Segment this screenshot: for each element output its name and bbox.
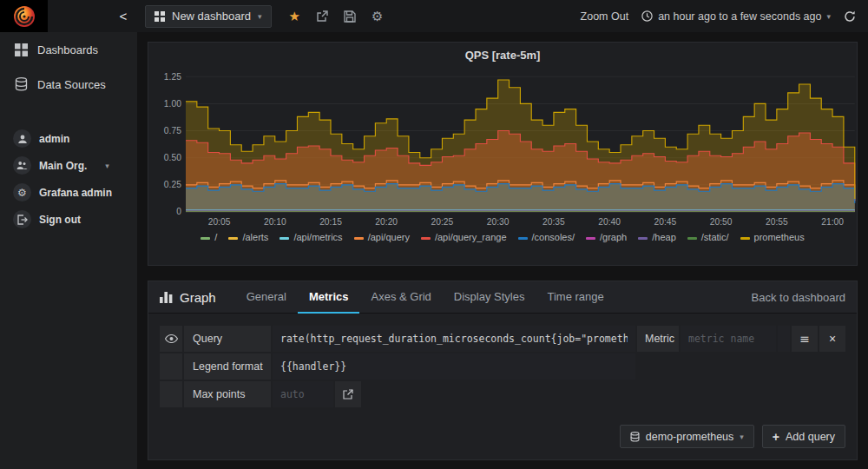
legend-label: /api/query_range <box>435 232 507 242</box>
sidebar-item-main-org[interactable]: Main Org. ▾ <box>0 152 137 179</box>
sidebar-item-sign-out[interactable]: Sign out <box>0 206 137 233</box>
back-to-dashboard-link[interactable]: Back to dashboard <box>752 291 845 304</box>
settings-gear-icon[interactable]: ⚙ <box>372 9 383 24</box>
grafana-logo[interactable] <box>0 0 48 32</box>
legend-format-input-cell <box>273 353 635 380</box>
legend-swatch <box>354 237 364 240</box>
organization-icon <box>13 156 31 175</box>
tab-general[interactable]: General <box>235 281 298 314</box>
legend-item[interactable]: /alerts <box>228 232 268 242</box>
query-input[interactable] <box>273 326 635 352</box>
admin-gear-icon: ⚙ <box>13 183 31 201</box>
sidebar-item-data-sources[interactable]: Data Sources <box>0 67 137 102</box>
sidebar-item-label: Main Org. <box>39 160 87 172</box>
chevron-down-icon: ▾ <box>740 433 744 441</box>
max-points-input-cell <box>273 381 333 407</box>
panel-title[interactable]: QPS [rate-5m] <box>148 43 857 64</box>
sidebar: Dashboards Data Sources admin Main Org. … <box>0 32 137 469</box>
qps-chart[interactable]: 00.250.500.751.001.2520:0520:1020:1520:2… <box>154 64 862 231</box>
chevron-down-icon: ▾ <box>826 12 831 21</box>
svg-text:20:50: 20:50 <box>710 217 733 227</box>
dashboard-picker-button[interactable]: New dashboard ▾ <box>145 5 272 28</box>
svg-text:20:55: 20:55 <box>766 217 788 227</box>
clock-icon <box>641 10 653 22</box>
legend-item[interactable]: /api/query <box>354 232 410 242</box>
legend-swatch <box>518 237 528 240</box>
legend-label: /graph <box>600 232 627 242</box>
sidebar-item-label: Sign out <box>39 214 81 226</box>
time-picker-button[interactable]: an hour ago to a few seconds ago ▾ <box>641 10 831 23</box>
query-menu-button[interactable]: ≡ <box>792 326 818 352</box>
legend-label: /consoles/ <box>532 232 575 242</box>
query-row-spacer <box>778 326 790 352</box>
legend-item[interactable]: /api/metrics <box>279 232 342 242</box>
datasource-selector-button[interactable]: demo-prometheus ▾ <box>620 425 754 448</box>
max-points-input[interactable] <box>273 381 333 407</box>
svg-text:20:20: 20:20 <box>375 217 398 227</box>
main-content: QPS [rate-5m] 00.250.500.751.001.2520:05… <box>137 32 868 469</box>
sidebar-item-label: Data Sources <box>37 78 106 91</box>
remove-query-button[interactable]: × <box>819 326 845 352</box>
legend-swatch <box>586 237 595 240</box>
add-query-button[interactable]: + Add query <box>762 425 845 448</box>
external-link-icon <box>343 389 353 400</box>
editor-header: Graph General Metrics Axes & Grid Displa… <box>148 281 857 314</box>
save-icon[interactable] <box>344 10 356 23</box>
plus-icon: + <box>773 430 779 444</box>
legend-format-label: Legend format <box>184 353 271 380</box>
legend-swatch <box>740 237 750 240</box>
editor-footer: demo-prometheus ▾ + Add query <box>620 425 845 448</box>
chevron-down-icon: ▾ <box>105 162 109 170</box>
tab-axes-grid[interactable]: Axes & Grid <box>359 281 442 314</box>
tab-time-range[interactable]: Time range <box>536 281 615 314</box>
zoom-out-button[interactable]: Zoom Out <box>581 10 629 23</box>
svg-text:20:30: 20:30 <box>487 217 510 227</box>
svg-text:0.25: 0.25 <box>164 180 181 189</box>
sidebar-item-label: Dashboards <box>37 43 98 56</box>
legend-item[interactable]: /consoles/ <box>518 232 575 242</box>
legend-item[interactable]: /static/ <box>687 232 729 242</box>
query-input-cell <box>273 326 635 352</box>
add-query-label: Add query <box>786 431 835 443</box>
tab-metrics[interactable]: Metrics <box>298 281 360 314</box>
svg-text:20:35: 20:35 <box>542 217 565 227</box>
legend-item[interactable]: prometheus <box>740 232 805 242</box>
row-spacer-cell <box>160 381 182 407</box>
editor-panel-type: Graph <box>160 290 216 305</box>
max-points-row: Max points <box>160 381 845 407</box>
sidebar-item-grafana-admin[interactable]: ⚙ Grafana admin <box>0 179 137 206</box>
metric-name-input[interactable] <box>681 326 776 352</box>
legend-item[interactable]: /heap <box>638 232 676 242</box>
sidebar-item-dashboards[interactable]: Dashboards <box>0 32 137 67</box>
legend-item[interactable]: /api/query_range <box>421 232 507 242</box>
svg-text:0.75: 0.75 <box>164 126 181 135</box>
svg-text:20:40: 20:40 <box>598 217 621 227</box>
legend-label: /static/ <box>701 232 729 242</box>
dashboard-grid-icon <box>155 11 165 22</box>
query-editor: Query Metric ≡ × Legend format <box>148 314 857 421</box>
share-icon[interactable] <box>316 10 328 23</box>
sidebar-item-admin[interactable]: admin <box>0 125 137 152</box>
legend-format-input[interactable] <box>273 353 635 380</box>
legend-swatch <box>228 237 238 240</box>
metric-input-cell <box>681 326 776 352</box>
svg-text:1.00: 1.00 <box>164 99 181 109</box>
refresh-icon[interactable] <box>844 10 856 23</box>
svg-text:20:45: 20:45 <box>654 217 677 227</box>
sidebar-collapse-button[interactable]: < <box>114 9 133 23</box>
dashboards-icon <box>15 43 28 56</box>
toggle-visibility-button[interactable] <box>160 326 182 352</box>
tab-display-styles[interactable]: Display Styles <box>443 281 536 314</box>
max-points-link-button[interactable] <box>335 381 361 407</box>
panel-editor: Graph General Metrics Axes & Grid Displa… <box>148 281 858 460</box>
legend-item[interactable]: / <box>201 232 217 242</box>
chart-legend: //alerts/api/metrics/api/query/api/query… <box>148 231 857 242</box>
grafana-logo-icon <box>13 5 36 28</box>
legend-label: /api/metrics <box>293 232 342 242</box>
row-void <box>637 353 845 380</box>
star-icon[interactable]: ★ <box>289 9 300 24</box>
svg-text:20:25: 20:25 <box>431 217 454 227</box>
legend-item[interactable]: /graph <box>586 232 627 242</box>
bar-chart-icon <box>160 292 173 303</box>
top-navbar: < New dashboard ▾ ★ ⚙ Zoom Out an hour a… <box>0 0 868 32</box>
